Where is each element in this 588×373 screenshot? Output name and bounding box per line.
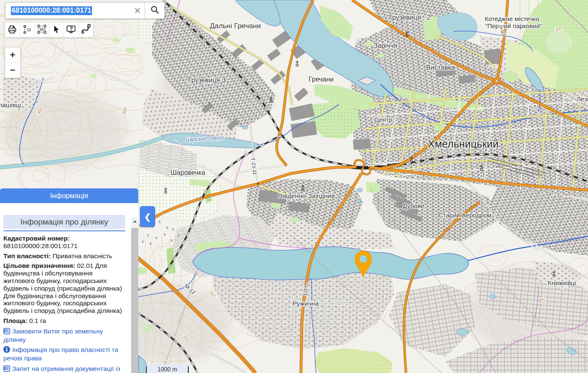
measure-distance-tool-button[interactable]: M xyxy=(20,23,34,37)
document-icon xyxy=(3,328,10,336)
parcel-title: Інформація про ділянку xyxy=(3,215,125,229)
map-label: Ружична xyxy=(293,300,319,307)
route-icon xyxy=(80,24,92,37)
cursor-icon xyxy=(51,24,61,36)
search-bar: 6810100000:28:001:0171 ✕ xyxy=(5,2,165,19)
print-icon xyxy=(7,24,17,36)
parcel-links: Замовити Витяг про земельну ділянкуІнфор… xyxy=(3,328,125,373)
map-label: Хмельницький xyxy=(428,138,499,150)
scrollbar-thumb[interactable] xyxy=(131,228,138,373)
parcel-link[interactable]: Запит на отримання документації із земле… xyxy=(3,365,125,373)
svg-text:?: ? xyxy=(69,25,73,32)
map-label: Дубове xyxy=(403,202,424,209)
svg-text:M: M xyxy=(27,27,31,32)
map-label: лашівці xyxy=(0,101,21,108)
zoom-out-button[interactable]: − xyxy=(5,63,20,78)
parcel-link[interactable]: Інформація про право власності та речові… xyxy=(3,346,125,362)
measure-distance-icon: M xyxy=(22,24,32,36)
parcel-field: Кадастровий номер:6810100000:28:001:0171 xyxy=(3,235,125,250)
info-panel-body: Інформація про ділянку Кадастровий номер… xyxy=(0,203,138,373)
map-label: Грузевиця 3 xyxy=(188,77,225,84)
clear-search-button[interactable]: ✕ xyxy=(130,3,145,19)
parcel-title-wrap: Інформація про ділянку xyxy=(3,215,125,231)
cursor-tool-button[interactable] xyxy=(49,23,64,37)
document-icon xyxy=(3,365,10,373)
search-icon xyxy=(150,5,159,16)
search-button[interactable] xyxy=(145,3,164,19)
zoom-in-button[interactable]: + xyxy=(5,48,20,63)
map-label: Лезневе xyxy=(577,95,588,103)
scale-bar-label: 1000 m xyxy=(145,366,189,373)
parcel-field: Площа: 0.1 га xyxy=(3,317,125,325)
zoom-control: + − xyxy=(5,48,20,78)
parcel-field: Цільове призначення: 02.01 Для будівницт… xyxy=(3,262,125,315)
map-label: Центр xyxy=(374,116,393,123)
info-icon xyxy=(3,346,10,354)
info-panel-header[interactable]: Інформація xyxy=(0,188,138,203)
map-label: Котеджне містечко xyxy=(485,15,539,22)
parcel-field: Тип власності: Приватна власність xyxy=(3,252,125,260)
map-label: Н-03 xyxy=(302,283,309,295)
search-input[interactable]: 6810100000:28:001:0171 xyxy=(5,3,130,19)
scrollbar-up-icon[interactable] xyxy=(131,218,138,225)
measure-area-tool-button[interactable]: M² xyxy=(34,23,49,37)
info-panel: Інформація Інформація про ділянку Кадаст… xyxy=(0,188,138,373)
map-label: Дальні Гречани xyxy=(210,22,261,30)
map-label: Виставка xyxy=(426,64,455,71)
scale-bar: 1000 m xyxy=(145,365,189,373)
help-tool-button[interactable]: ? xyxy=(64,23,79,37)
print-tool-button[interactable] xyxy=(5,23,20,37)
map-label: Шаровечка xyxy=(171,169,206,176)
map-label: Гречани xyxy=(309,76,334,83)
measure-area-icon: M² xyxy=(36,24,47,37)
parcel-link[interactable]: Замовити Витяг про земельну ділянку xyxy=(3,328,125,344)
panel-scrollbar[interactable] xyxy=(131,218,138,373)
map-toolbar: MM²? xyxy=(5,23,93,37)
map-label: Заріччя xyxy=(374,42,397,49)
search-value-selected: 6810100000:28:001:0171 xyxy=(11,6,92,15)
map-label: Грузевиця - 2 xyxy=(389,14,431,21)
map-label: Книжківці xyxy=(548,279,576,286)
collapse-panel-button[interactable]: ❮ xyxy=(140,206,155,227)
svg-text:M²: M² xyxy=(40,27,45,32)
map-label: Південно-Західний xyxy=(278,192,335,199)
parcel-fields: Кадастровий номер:6810100000:28:001:0171… xyxy=(3,235,125,325)
route-tool-button[interactable] xyxy=(79,23,93,37)
map-label: 300 xyxy=(541,297,547,305)
map-label: Старий Аеродром xyxy=(438,212,491,219)
help-icon: ? xyxy=(66,24,76,37)
map-label: "Перший парковий" xyxy=(485,22,542,29)
